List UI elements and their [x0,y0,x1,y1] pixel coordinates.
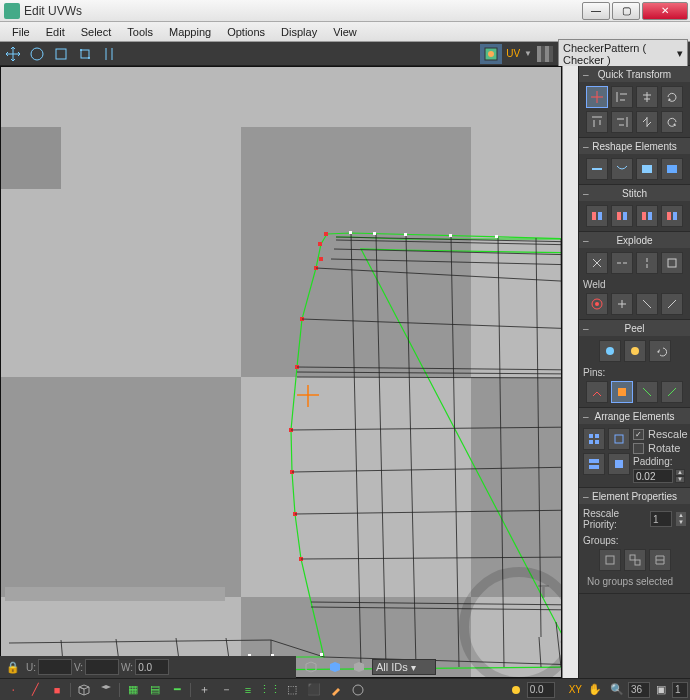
priority-down[interactable]: ▼ [676,519,686,526]
menu-options[interactable]: Options [219,24,273,40]
cube-c-button[interactable] [349,658,369,676]
menu-file[interactable]: File [4,24,38,40]
relax-button[interactable] [611,158,633,180]
mirror-tool-button[interactable] [98,44,120,64]
rotate-checkbox[interactable] [633,443,644,454]
pin-c-button[interactable] [636,381,658,403]
v-input[interactable] [85,659,119,675]
padding-down[interactable]: ▼ [675,476,685,483]
rotate-ccw-button[interactable] [661,111,683,133]
panel-stitch-header[interactable]: Stitch [579,185,690,201]
panel-arrange-header[interactable]: Arrange Elements [579,408,690,424]
peel-reset-button[interactable] [624,340,646,362]
paint-sel-button[interactable] [326,681,346,699]
move-mode-button[interactable] [586,86,608,108]
menu-display[interactable]: Display [273,24,325,40]
lightbulb-button[interactable] [506,681,526,699]
pin-d-button[interactable] [661,381,683,403]
close-button[interactable]: ✕ [642,2,688,20]
grid-toggle-button[interactable] [534,44,556,64]
texture-dropdown[interactable]: CheckerPattern ( Checker )▾ [558,39,688,69]
scrollbar-vertical[interactable] [562,66,578,678]
maximize-button[interactable]: ▢ [612,2,640,20]
weld-d-button[interactable] [661,293,683,315]
panel-reshape-header[interactable]: Reshape Elements [579,138,690,154]
minimize-button[interactable]: — [582,2,610,20]
rotate-tool-button[interactable] [26,44,48,64]
panel-quick-transform-header[interactable]: Quick Transform [579,66,690,82]
falloff-input[interactable] [527,682,555,698]
face-mode-button[interactable]: ■ [47,681,67,699]
pack-a-button[interactable] [583,428,605,450]
filter-a-button[interactable]: ▦ [123,681,143,699]
menu-select[interactable]: Select [73,24,120,40]
element-mode-button[interactable] [74,681,94,699]
rescale-checkbox[interactable] [633,429,644,440]
weld-c-button[interactable] [636,293,658,315]
filter-b-button[interactable]: ▤ [145,681,165,699]
scale-tool-button[interactable] [50,44,72,64]
group-c-button[interactable] [649,549,671,571]
break-c-button[interactable] [636,252,658,274]
stitch-a-button[interactable] [586,205,608,227]
align-right-button[interactable] [611,111,633,133]
weld-target-button[interactable] [586,293,608,315]
u-input[interactable] [38,659,72,675]
move-tool-button[interactable] [2,44,24,64]
padding-input[interactable] [633,469,673,483]
group-a-button[interactable] [599,549,621,571]
uv-dropdown-icon[interactable]: ▼ [524,49,532,58]
rotate-cw-button[interactable] [661,86,683,108]
break-a-button[interactable] [586,252,608,274]
flip-h-button[interactable] [636,111,658,133]
lock-button[interactable]: 🔒 [3,658,23,676]
pack-b-button[interactable] [583,453,605,475]
panel-peel-header[interactable]: Peel [579,320,690,336]
stitch-b-button[interactable] [611,205,633,227]
sel-ring-button[interactable]: ≡ [238,681,258,699]
region-button[interactable]: ▣ [651,681,671,699]
stitch-d-button[interactable] [661,205,683,227]
break-d-button[interactable] [661,252,683,274]
sel-shrink-button[interactable]: － [216,681,236,699]
straighten-button[interactable] [586,158,608,180]
edge-mode-button[interactable]: ╱ [25,681,45,699]
layer-input[interactable] [672,682,688,698]
peel-undo-button[interactable] [649,340,671,362]
pack-c-button[interactable] [608,428,630,450]
menu-mapping[interactable]: Mapping [161,24,219,40]
poly-mode-button[interactable] [96,681,116,699]
weld-b-button[interactable] [611,293,633,315]
group-b-button[interactable] [624,549,646,571]
align-center-button[interactable] [636,86,658,108]
options-button[interactable] [480,44,502,64]
reshape-c-button[interactable] [636,158,658,180]
align-left-button[interactable] [611,86,633,108]
zoom-pct-input[interactable] [628,682,650,698]
align-top-button[interactable] [586,111,608,133]
priority-up[interactable]: ▲ [676,512,686,519]
sel-grow-button[interactable]: ＋ [194,681,214,699]
w-input[interactable] [135,659,169,675]
vertex-mode-button[interactable]: ⬝ [3,681,23,699]
zoom-button[interactable]: 🔍 [607,681,627,699]
break-b-button[interactable] [611,252,633,274]
peel-quick-button[interactable] [599,340,621,362]
uv-viewport[interactable]: TZ [0,66,562,678]
freeform-tool-button[interactable] [74,44,96,64]
panel-explode-header[interactable]: Explode [579,232,690,248]
menu-view[interactable]: View [325,24,365,40]
sel-convert-button[interactable]: ⬚ [282,681,302,699]
sel-loop-button[interactable]: ⋮⋮ [260,681,280,699]
sel-b-button[interactable]: ⬛ [304,681,324,699]
cube-a-button[interactable] [301,658,321,676]
menu-edit[interactable]: Edit [38,24,73,40]
soft-sel-button[interactable] [348,681,368,699]
cube-b-button[interactable] [325,658,345,676]
padding-up[interactable]: ▲ [675,469,685,476]
stitch-c-button[interactable] [636,205,658,227]
hand-button[interactable]: ✋ [585,681,605,699]
menu-tools[interactable]: Tools [119,24,161,40]
ids-dropdown[interactable]: All IDs ▾ [372,659,436,675]
panel-props-header[interactable]: Element Properties [579,488,690,504]
